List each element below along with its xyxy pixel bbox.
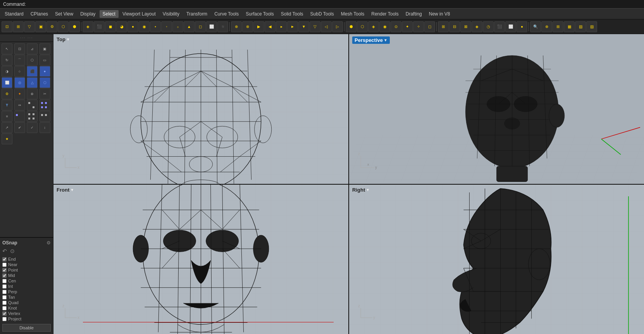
menu-cplanes[interactable]: CPlanes: [28, 10, 51, 18]
tb-btn-51[interactable]: ▧: [575, 21, 586, 32]
menu-transform[interactable]: Transform: [183, 10, 210, 18]
osnap-tan-checkbox[interactable]: [2, 295, 7, 299]
tb-btn-30[interactable]: ▷: [332, 21, 343, 32]
tb-btn-8[interactable]: ◈: [83, 21, 93, 32]
tb-btn-35[interactable]: ⊙: [391, 21, 401, 32]
tool-cursor[interactable]: ↕: [40, 122, 50, 133]
tb-btn-49[interactable]: ⊞: [553, 21, 563, 32]
tb-btn-3[interactable]: ▽: [24, 21, 35, 32]
tool-torus[interactable]: ◎: [14, 77, 25, 88]
tb-btn-39[interactable]: ⊞: [438, 21, 449, 32]
tool-select-window[interactable]: ⊡: [14, 43, 25, 54]
viewport-perspective-label[interactable]: Perspective ▼: [352, 36, 390, 44]
tb-btn-2[interactable]: ⊞: [13, 21, 24, 32]
tb-btn-24[interactable]: ◀: [265, 21, 276, 32]
menu-viewport-layout[interactable]: Viewport Layout: [119, 10, 159, 18]
tb-btn-29[interactable]: ◁: [321, 21, 332, 32]
osnap-point-checkbox[interactable]: [2, 268, 7, 272]
tool-align[interactable]: ≡: [2, 111, 12, 122]
tool-mirror[interactable]: ⇔: [14, 100, 25, 111]
tool-rect[interactable]: ▭: [40, 55, 50, 66]
tool-sphere[interactable]: ●: [40, 66, 50, 77]
tb-btn-19[interactable]: ⬜: [206, 21, 217, 32]
osnap-arrow-icon[interactable]: ↶: [2, 248, 7, 254]
tool-pipe[interactable]: ⬡: [40, 77, 50, 88]
tb-btn-48[interactable]: ⊕: [541, 21, 552, 32]
osnap-int-checkbox[interactable]: [2, 284, 7, 289]
tb-btn-11[interactable]: ◕: [116, 21, 127, 32]
viewport-front-dropdown[interactable]: ▼: [70, 188, 74, 192]
tool-array[interactable]: [40, 100, 50, 111]
tb-btn-16[interactable]: ⬦: [172, 21, 183, 32]
osnap-cen-checkbox[interactable]: [2, 279, 7, 283]
tool-hatch[interactable]: [27, 111, 38, 122]
tb-btn-5[interactable]: ⚙: [46, 21, 57, 32]
tb-btn-13[interactable]: ◉: [139, 21, 150, 32]
tool-trim[interactable]: ✂: [40, 88, 50, 99]
osnap-project-checkbox[interactable]: [2, 317, 7, 321]
tool-select-arrow[interactable]: ↖: [2, 43, 12, 54]
tool-move[interactable]: ⊕: [27, 88, 38, 99]
tb-btn-1[interactable]: ⊡: [2, 21, 12, 32]
tool-move2[interactable]: ↗: [2, 122, 12, 133]
tb-btn-38[interactable]: ◻: [424, 21, 435, 32]
menu-visibility[interactable]: Visibility: [160, 10, 183, 18]
tb-btn-44[interactable]: ⬛: [494, 21, 505, 32]
tb-btn-36[interactable]: ✦: [402, 21, 413, 32]
menu-setview[interactable]: Set View: [52, 10, 76, 18]
menu-mesh-tools[interactable]: Mesh Tools: [338, 10, 367, 18]
tb-btn-50[interactable]: ▦: [564, 21, 575, 32]
viewport-top-dropdown[interactable]: ▼: [66, 37, 70, 42]
viewport-right-dropdown[interactable]: ▼: [366, 188, 370, 192]
tb-btn-15[interactable]: ◦: [161, 21, 172, 32]
tool-snap[interactable]: [40, 111, 50, 122]
tb-btn-41[interactable]: ⊠: [460, 21, 471, 32]
tb-btn-45[interactable]: ⬜: [505, 21, 516, 32]
menu-select[interactable]: Select: [100, 10, 119, 18]
tb-btn-12[interactable]: ●: [127, 21, 138, 32]
osnap-perp-checkbox[interactable]: [2, 290, 7, 294]
tb-btn-10[interactable]: ◼: [105, 21, 116, 32]
tb-btn-28[interactable]: ▽: [310, 21, 320, 32]
viewport-right[interactable]: Right ▼ z y: [349, 185, 644, 334]
tool-check[interactable]: ✓: [27, 122, 38, 133]
tool-cylinder[interactable]: ⬜: [2, 77, 12, 88]
tb-btn-52[interactable]: ▨: [586, 21, 597, 32]
tool-arc[interactable]: ◑: [2, 66, 12, 77]
viewport-perspective[interactable]: Perspective ▼ z y x: [349, 34, 644, 184]
tb-btn-46[interactable]: ●: [517, 21, 527, 32]
tool-gear[interactable]: ⚙: [2, 88, 12, 99]
osnap-end-checkbox[interactable]: [2, 257, 7, 261]
tool-scale[interactable]: [27, 100, 38, 111]
tb-btn-7[interactable]: ⬢: [69, 21, 80, 32]
tb-btn-23[interactable]: ▶: [253, 21, 264, 32]
osnap-near-checkbox[interactable]: [2, 263, 7, 267]
osnap-quad-checkbox[interactable]: [2, 301, 7, 305]
tb-btn-20[interactable]: ◾: [217, 21, 228, 32]
menu-new-v8[interactable]: New in V8: [426, 10, 453, 18]
tb-btn-18[interactable]: ◻: [195, 21, 206, 32]
osnap-knot-checkbox[interactable]: [2, 306, 7, 310]
tool-curve[interactable]: ⌒: [14, 55, 25, 66]
menu-drafting[interactable]: Drafting: [403, 10, 425, 18]
tool-filter[interactable]: ⊿: [27, 43, 38, 54]
osnap-vertex-checkbox[interactable]: [2, 312, 7, 316]
viewport-front-label[interactable]: Front ▼: [57, 187, 74, 193]
tool-star[interactable]: ★: [2, 133, 12, 144]
tool-poly[interactable]: ⬡: [27, 55, 38, 66]
tb-btn-43[interactable]: ◷: [483, 21, 494, 32]
tool-box[interactable]: ⬛: [27, 66, 38, 77]
tb-btn-32[interactable]: ⬡: [357, 21, 368, 32]
viewport-right-label[interactable]: Right ▼: [352, 187, 370, 193]
menu-solid-tools[interactable]: Solid Tools: [278, 10, 307, 18]
tb-btn-42[interactable]: ◈: [472, 21, 482, 32]
tb-btn-26[interactable]: ►: [287, 21, 298, 32]
osnap-disable-button[interactable]: Disable: [2, 324, 51, 332]
tb-btn-47[interactable]: 🔍: [530, 21, 541, 32]
tb-btn-21[interactable]: ⊕: [231, 21, 242, 32]
tb-btn-25[interactable]: ▸: [276, 21, 287, 32]
tool-text[interactable]: T: [2, 100, 12, 111]
osnap-mid-checkbox[interactable]: [2, 273, 7, 278]
tb-btn-14[interactable]: ▪: [150, 21, 161, 32]
tb-btn-9[interactable]: ⬛: [94, 21, 105, 32]
